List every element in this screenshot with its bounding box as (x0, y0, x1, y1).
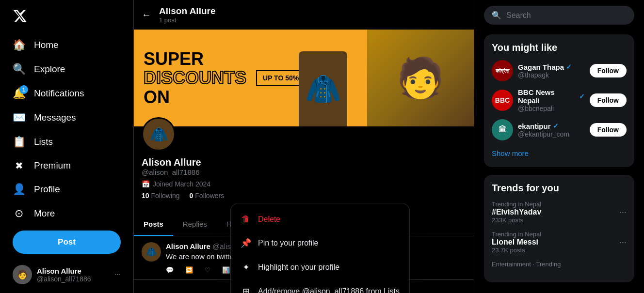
messages-icon: ✉️ (13, 111, 25, 124)
post-button[interactable]: Post (13, 231, 121, 254)
trend-messi-info: Trending in Nepal Lionel Messi 23.7K pos… (492, 231, 541, 254)
ekantipur-info: ekantipur ✓ @ekantipur_com (518, 122, 585, 138)
ekantipur-name: ekantipur ✓ (518, 122, 585, 130)
sidebar-item-label-premium: Premium (34, 160, 71, 171)
context-menu: 🗑 Delete 📌 Pin to your profile ✦ Highlig… (231, 203, 409, 293)
context-menu-overlay[interactable]: 🗑 Delete 📌 Pin to your profile ✦ Highlig… (134, 0, 474, 293)
trend-messi-category: Trending in Nepal (492, 231, 541, 238)
menu-item-pin[interactable]: 📌 Pin to your profile (231, 231, 409, 255)
sidebar-item-messages[interactable]: ✉️ Messages (6, 107, 128, 129)
search-icon: 🔍 (492, 11, 501, 20)
trend-item-elvish: Trending in Nepal #ElvishYadav 233K post… (492, 200, 627, 224)
gagan-name: Gagan Thapa ✓ (518, 63, 585, 71)
addremove-label: Add/remove @alison_all71886 from Lists (258, 287, 400, 293)
right-sidebar: 🔍 You might like कांग्रेस Gagan Thapa ✓ … (474, 0, 644, 293)
show-more-link[interactable]: Show more (492, 147, 627, 159)
menu-item-delete[interactable]: 🗑 Delete (231, 207, 409, 231)
sidebar-item-label-profile: Profile (34, 184, 60, 195)
verified-icon-bbc: ✓ (579, 93, 585, 100)
menu-item-addremove[interactable]: ⊞ Add/remove @alison_all71886 from Lists (231, 279, 409, 293)
profile-icon: 👤 (13, 183, 25, 196)
x-logo-icon (13, 9, 27, 23)
more-icon: ⊙ (13, 207, 25, 220)
ekantipur-handle: @ekantipur_com (518, 130, 585, 138)
home-icon: 🏠 (13, 39, 25, 51)
follow-button-bbc[interactable]: Follow (590, 93, 627, 107)
trend-elvish-label: #ElvishYadav (492, 208, 541, 216)
ekantipur-avatar: 🏛 (492, 119, 513, 140)
sidebar-item-label-notifications: Notifications (34, 88, 84, 99)
follow-button-ekantipur[interactable]: Follow (590, 123, 627, 137)
trend-messi-header: Trending in Nepal Lionel Messi 23.7K pos… (492, 231, 627, 254)
lists-icon: 📋 (13, 136, 25, 148)
sidebar: 🏠 Home 🔍 Explore 🔔 Notifications 1 ✉️ Me… (0, 0, 133, 293)
sidebar-item-notifications[interactable]: 🔔 Notifications 1 (6, 82, 128, 105)
trend-elvish-count: 233K posts (492, 216, 541, 224)
you-might-like-title: You might like (492, 42, 627, 53)
trend-item-messi: Trending in Nepal Lionel Messi 23.7K pos… (492, 231, 627, 254)
trend-elvish-info: Trending in Nepal #ElvishYadav 233K post… (492, 200, 541, 224)
sidebar-item-lists[interactable]: 📋 Lists (6, 131, 128, 153)
menu-item-highlight[interactable]: ✦ Highlight on your profile (231, 255, 409, 279)
sidebar-item-home[interactable]: 🏠 Home (6, 34, 128, 56)
gagan-info: Gagan Thapa ✓ @thapagk (518, 63, 585, 79)
trend-elvish-header: Trending in Nepal #ElvishYadav 233K post… (492, 200, 627, 224)
list-add-icon: ⊞ (241, 286, 251, 293)
trend-messi-count: 23.7K posts (492, 247, 541, 254)
bbc-info: BBC News Nepali ✓ @bbcnepali (518, 88, 585, 112)
you-might-like-section: You might like कांग्रेस Gagan Thapa ✓ @t… (484, 34, 634, 167)
follow-button-gagan[interactable]: Follow (590, 64, 627, 77)
gagan-avatar: कांग्रेस (492, 60, 513, 81)
pin-label: Pin to your profile (258, 239, 319, 247)
sidebar-user-info: Alison Allure @alison_all71886 (37, 267, 110, 283)
follow-item-gagan: कांग्रेस Gagan Thapa ✓ @thapagk Follow (492, 60, 627, 81)
sidebar-item-label-lists: Lists (34, 137, 53, 147)
search-input[interactable] (506, 11, 627, 20)
sidebar-item-label-home: Home (34, 40, 59, 50)
trend-elvish-more-icon[interactable]: ··· (619, 207, 627, 217)
main-content: ← Alison Allure 1 post SUPER DISCOUNTS O… (133, 0, 474, 293)
trend-messi-more-icon[interactable]: ··· (619, 237, 627, 247)
trends-section: Trends for you Trending in Nepal #Elvish… (484, 175, 634, 282)
follow-item-bbc: BBC BBC News Nepali ✓ @bbcnepali Follow (492, 88, 627, 112)
sidebar-item-label-explore: Explore (34, 64, 65, 75)
sidebar-item-profile[interactable]: 👤 Profile (6, 178, 128, 200)
sidebar-item-premium[interactable]: ✖ Premium (6, 155, 128, 176)
verified-icon-gagan: ✓ (566, 63, 572, 71)
verified-icon-ekantipur: ✓ (553, 122, 559, 130)
delete-label: Delete (258, 215, 280, 224)
logo[interactable] (6, 4, 128, 30)
trend-entertainment-category: Entertainment · Trending (492, 261, 627, 268)
sidebar-item-label-more: More (34, 208, 55, 219)
trend-elvish-category: Trending in Nepal (492, 200, 541, 208)
notification-badge: 1 (19, 85, 28, 94)
highlight-label: Highlight on your profile (258, 263, 339, 272)
bbc-handle: @bbcnepali (518, 105, 585, 112)
trend-item-entertainment: Entertainment · Trending (492, 261, 627, 268)
sidebar-item-more[interactable]: ⊙ More (6, 202, 128, 225)
sidebar-user[interactable]: 🧑 Alison Allure @alison_all71886 ··· (6, 260, 128, 289)
pin-icon: 📌 (241, 238, 251, 248)
sidebar-user-name: Alison Allure (37, 267, 110, 275)
bbc-avatar: BBC (492, 90, 513, 111)
trend-messi-label: Lionel Messi (492, 238, 541, 247)
trends-title: Trends for you (492, 183, 627, 194)
premium-icon: ✖ (13, 160, 25, 171)
sidebar-user-handle: @alison_all71886 (37, 275, 110, 283)
trash-icon: 🗑 (241, 214, 251, 224)
sidebar-item-explore[interactable]: 🔍 Explore (6, 58, 128, 80)
highlight-icon: ✦ (241, 262, 251, 273)
follow-item-ekantipur: 🏛 ekantipur ✓ @ekantipur_com Follow (492, 119, 627, 140)
search-box: 🔍 (484, 6, 634, 25)
avatar: 🧑 (13, 265, 32, 284)
bbc-name: BBC News Nepali ✓ (518, 88, 585, 105)
explore-icon: 🔍 (13, 63, 25, 76)
sidebar-item-label-messages: Messages (34, 112, 76, 123)
gagan-handle: @thapagk (518, 71, 585, 79)
user-more-icon: ··· (114, 270, 121, 279)
